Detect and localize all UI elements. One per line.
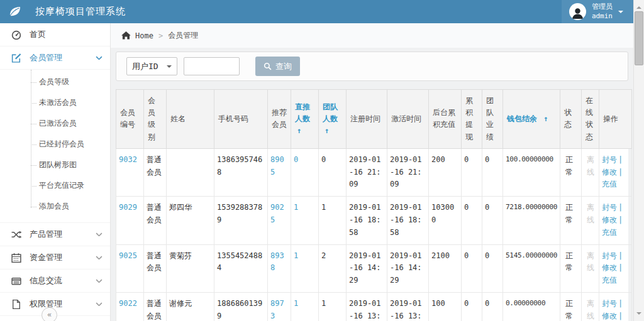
sidebar-subitem-inactive-members[interactable]: 未激活会员 (0, 92, 110, 113)
table-row: 9029 普通会员 郑四华 15392883789 9025 1 1 2019-… (116, 197, 632, 244)
referrer-link[interactable]: 8905 (270, 155, 284, 177)
scroll-down-icon[interactable] (636, 312, 641, 317)
activate-time: 2019-01-16 14:29 (390, 251, 422, 285)
edit-link[interactable]: 修改 (602, 312, 617, 320)
col-member-id: 会员编号 (116, 90, 144, 149)
vertical-scrollbar[interactable] (633, 0, 644, 321)
recharge-link[interactable]: 充值 (602, 276, 617, 285)
member-level: 普通会员 (147, 299, 162, 320)
activate-time: 2019-01-16 18:58 (390, 203, 422, 237)
col-activate-time: 激活时间 (387, 90, 429, 149)
app-logo[interactable]: 按摩椅项目管理系统 (0, 6, 126, 18)
ban-link[interactable]: 封号 (602, 299, 617, 308)
app-title: 按摩椅项目管理系统 (35, 6, 126, 18)
backend-recharge: 2100 (431, 251, 450, 260)
member-level: 普通会员 (147, 203, 162, 224)
sort-arrow-icon: ↑ (325, 126, 329, 135)
member-phone: 18868601399 (217, 299, 262, 320)
user-menu[interactable]: 管理员 admin (562, 0, 633, 23)
sidebar-item-home[interactable]: 首页 (0, 23, 110, 46)
chevron-down-icon (96, 56, 103, 60)
direct-count-link[interactable]: 1 (294, 203, 298, 212)
breadcrumb-home-link[interactable]: Home (121, 31, 153, 40)
recharge-link[interactable]: 充值 (602, 180, 617, 188)
referrer-link[interactable]: 8938 (270, 251, 284, 273)
total-withdraw: 0 (464, 203, 469, 212)
sidebar-item-label: 资金管理 (30, 252, 62, 263)
caret-down-icon (618, 11, 623, 16)
status-badge: 正常 (565, 251, 573, 273)
sidebar-collapse-button[interactable]: « (42, 307, 57, 321)
register-time: 2019-01-16 13:23 (349, 299, 381, 321)
user-role: 管理员 (592, 3, 613, 11)
online-status: 离线 (587, 251, 594, 273)
member-id-link[interactable]: 9032 (119, 155, 137, 164)
sidebar-item-members[interactable]: 会员管理 (0, 46, 110, 70)
member-id-link[interactable]: 9029 (119, 203, 137, 212)
scrollbar-thumb[interactable] (635, 11, 643, 65)
sidebar-item-label: 信息交流 (30, 275, 62, 286)
member-level: 普通会员 (147, 155, 162, 177)
search-input[interactable] (184, 57, 240, 75)
sidebar-item-funds[interactable]: 资金管理 (0, 246, 110, 269)
col-backend-recharge: 后台累积充值 (429, 90, 462, 149)
ban-link[interactable]: 封号 (602, 203, 617, 212)
col-team-count[interactable]: 团队人数 ↑ (319, 90, 347, 149)
sidebar-item-messages[interactable]: 信息交流 (0, 269, 110, 293)
backend-recharge: 103000 (431, 203, 454, 224)
table-row: 9032 普通会员 13863957468 8905 0 0 2019-01-1… (116, 148, 632, 196)
breadcrumb-home-label: Home (135, 31, 153, 40)
sidebar-item-products[interactable]: 产品管理 (0, 223, 110, 246)
direct-count-link[interactable]: 0 (294, 155, 298, 164)
sidebar-subitem-team-tree[interactable]: 团队树形图 (0, 155, 110, 175)
direct-count-link[interactable]: 1 (294, 251, 298, 260)
online-status: 离线 (587, 299, 594, 320)
sidebar-subitem-recharge-records[interactable]: 平台充值记录 (0, 175, 110, 196)
search-button[interactable]: 查询 (255, 57, 300, 76)
breadcrumb: Home > 会员管理 (111, 23, 633, 48)
referrer-link[interactable]: 8973 (270, 299, 284, 320)
col-total-withdraw: 累积提现 (462, 90, 482, 149)
edit-link[interactable]: 修改 (602, 263, 617, 272)
chevron-down-icon (96, 279, 103, 283)
ban-link[interactable]: 封号 (602, 251, 617, 260)
breadcrumb-separator: > (158, 31, 163, 40)
select-caret-icon (167, 65, 172, 70)
member-id-link[interactable]: 9025 (119, 251, 137, 260)
ban-link[interactable]: 封号 (602, 155, 617, 164)
table-header-row: 会员编号 会员级别 姓名 手机号码 推荐会员 直推人数 ↑ 团队人数 ↑ 注册时… (116, 90, 632, 149)
member-phone: 13554524884 (217, 251, 262, 273)
sidebar-subitem-banned-members[interactable]: 已经封停会员 (0, 134, 110, 155)
edit-link[interactable]: 修改 (602, 168, 617, 177)
sidebar-subitem-add-member[interactable]: 添加会员 (0, 196, 110, 217)
sort-arrow-icon: ↑ (543, 114, 548, 123)
col-online-status: 在线状态 (582, 90, 599, 149)
total-withdraw: 0 (464, 251, 469, 260)
shuffle-icon (11, 229, 22, 240)
sort-arrow-icon: ↑ (297, 126, 301, 135)
sidebar-subitem-member-level[interactable]: 会员等级 (0, 72, 110, 92)
sidebar: 首页 会员管理 会员等级 未激活会员 已激活会员 已经封停会员 团队树形图 平台… (0, 23, 111, 321)
online-status: 离线 (587, 203, 594, 224)
referrer-link[interactable]: 9025 (270, 203, 284, 224)
activate-time: 2019-01-16 13:23 (390, 299, 422, 321)
scroll-up-icon[interactable] (636, 4, 641, 9)
member-level: 普通会员 (147, 251, 162, 273)
user-avatar (569, 3, 586, 20)
member-phone: 13863957468 (217, 155, 262, 177)
search-field-select[interactable]: 用户ID (126, 57, 177, 75)
edit-link[interactable]: 修改 (602, 215, 617, 224)
recharge-link[interactable]: 充值 (602, 228, 617, 237)
member-id-link[interactable]: 9022 (119, 299, 137, 308)
direct-count-link[interactable]: 1 (294, 299, 298, 308)
online-status: 离线 (587, 155, 594, 177)
register-time: 2019-01-16 18:58 (349, 203, 381, 237)
search-icon (264, 62, 272, 70)
col-member-level: 会员级别 (144, 90, 167, 149)
col-referrer: 推荐会员 (268, 90, 291, 149)
member-name: 谢修元 (169, 299, 192, 308)
sidebar-subitem-active-members[interactable]: 已激活会员 (0, 113, 110, 134)
col-wallet-balance[interactable]: 钱包结余 ↑ (503, 90, 560, 149)
col-status: 状态 (560, 90, 582, 149)
col-direct-count[interactable]: 直推人数 ↑ (291, 90, 319, 149)
